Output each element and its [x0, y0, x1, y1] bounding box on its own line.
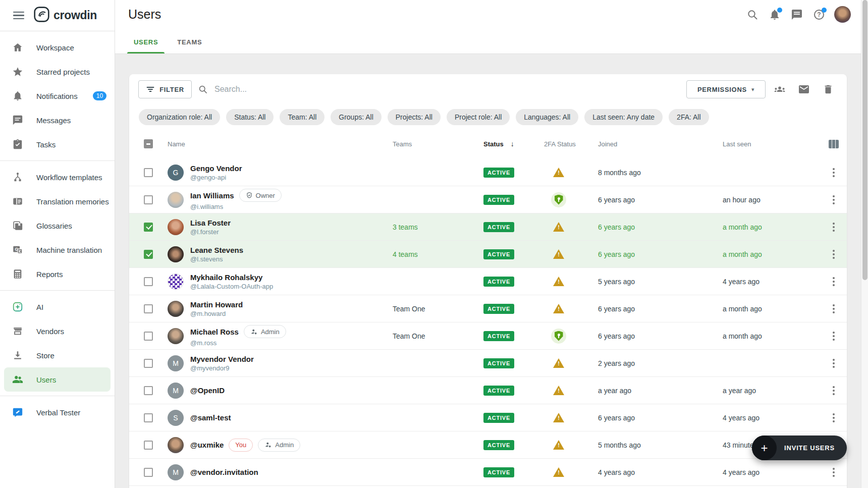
- row-menu-button[interactable]: [828, 330, 840, 342]
- avatar: [168, 192, 184, 208]
- row-menu-button[interactable]: [828, 412, 840, 424]
- delete-icon[interactable]: [822, 83, 834, 95]
- row-checkbox[interactable]: [144, 332, 153, 341]
- sidebar-item-reports[interactable]: Reports: [0, 262, 115, 286]
- sidebar-item-translation-memories[interactable]: Translation memories: [0, 189, 115, 213]
- chip-team[interactable]: Team: All: [280, 109, 324, 125]
- row-menu-button[interactable]: [828, 167, 840, 179]
- row-checkbox[interactable]: [144, 413, 153, 422]
- col-header-name[interactable]: Name: [168, 140, 393, 148]
- sidebar-item-notifications[interactable]: Notifications 10: [0, 84, 115, 108]
- col-header-2fa[interactable]: 2FA Status: [544, 140, 598, 148]
- user-name[interactable]: Martin Howard: [190, 300, 243, 309]
- row-checkbox[interactable]: [144, 195, 153, 204]
- search-input[interactable]: [214, 85, 366, 94]
- bell-icon: [12, 90, 23, 101]
- chip-status[interactable]: Status: All: [226, 109, 274, 125]
- row-checkbox[interactable]: [144, 468, 153, 477]
- chip-project-role[interactable]: Project role: All: [447, 109, 510, 125]
- row-checkbox[interactable]: [144, 441, 153, 450]
- sidebar-item-vendors[interactable]: Vendors: [0, 319, 115, 343]
- row-menu-button[interactable]: [828, 466, 840, 478]
- invite-users-button[interactable]: + INVITE USERS: [752, 436, 847, 460]
- user-name[interactable]: Mykhailo Rohalskyy: [190, 273, 262, 282]
- sidebar-item-machine-translation[interactable]: G Machine translation: [0, 238, 115, 262]
- teams-cell[interactable]: Team One: [393, 305, 483, 313]
- sidebar-item-ai[interactable]: AI: [0, 295, 115, 319]
- user-name[interactable]: @uxmike: [190, 441, 224, 449]
- permissions-dropdown[interactable]: PERMISSIONS ▾: [686, 80, 766, 98]
- add-to-team-icon[interactable]: [774, 83, 786, 95]
- row-checkbox[interactable]: [144, 304, 153, 313]
- teams-cell[interactable]: Team One: [393, 332, 483, 340]
- user-avatar[interactable]: [834, 6, 851, 23]
- chip-projects[interactable]: Projects: All: [388, 109, 441, 125]
- sidebar-item-workspace[interactable]: Workspace: [0, 35, 115, 60]
- user-name[interactable]: Myvendor Vendor: [190, 355, 254, 363]
- row-checkbox[interactable]: [144, 386, 153, 395]
- table-row: Michael RossAdmin@m.ross Team One ACTIVE…: [129, 322, 847, 350]
- chip-groups[interactable]: Groups: All: [331, 109, 381, 125]
- chat-icon[interactable]: [790, 8, 804, 22]
- filter-button[interactable]: FILTER: [138, 80, 192, 98]
- sidebar-item-starred-projects[interactable]: Starred projects: [0, 60, 115, 84]
- user-name[interactable]: @vendor.invitation: [190, 468, 258, 476]
- user-name[interactable]: Leane Stevens: [190, 246, 243, 254]
- notifications-bell-icon[interactable]: [768, 8, 782, 22]
- main-header: Users ? USERS TEAMS: [115, 0, 861, 54]
- row-checkbox[interactable]: [144, 250, 153, 259]
- sidebar-item-tasks[interactable]: Tasks: [0, 132, 115, 156]
- hamburger-menu-icon[interactable]: [13, 12, 24, 20]
- row-checkbox[interactable]: [144, 359, 153, 368]
- avatar: [168, 274, 184, 290]
- col-header-joined[interactable]: Joined: [598, 140, 723, 148]
- tabs: USERS TEAMS: [127, 38, 208, 53]
- chip-organization-role[interactable]: Organization role: All: [139, 109, 220, 125]
- row-checkbox[interactable]: [144, 168, 153, 177]
- tab-teams[interactable]: TEAMS: [171, 38, 208, 53]
- col-header-status[interactable]: Status↓: [483, 140, 544, 148]
- sidebar-item-store[interactable]: Store: [0, 343, 115, 367]
- chip-languages[interactable]: Languages: All: [516, 109, 578, 125]
- row-menu-button[interactable]: [828, 357, 840, 369]
- teams-cell[interactable]: 4 teams: [393, 250, 483, 258]
- column-settings-icon[interactable]: [829, 140, 839, 148]
- user-name[interactable]: Ian Williams: [190, 191, 234, 200]
- user-name[interactable]: @OpenID: [190, 386, 225, 395]
- scrollbar-thumb[interactable]: [862, 0, 867, 280]
- chip-last-seen[interactable]: Last seen: Any date: [584, 109, 663, 125]
- joined-cell: 6 years ago: [598, 196, 723, 204]
- sidebar-item-users[interactable]: Users: [4, 367, 111, 392]
- row-menu-button[interactable]: [828, 303, 840, 315]
- user-name[interactable]: Lisa Foster: [190, 219, 231, 227]
- sidebar-item-glossaries[interactable]: Glossaries: [0, 213, 115, 238]
- search-icon[interactable]: [745, 8, 760, 22]
- col-header-teams[interactable]: Teams: [393, 140, 483, 148]
- sidebar-item-workflow-templates[interactable]: Workflow templates: [0, 165, 115, 189]
- row-menu-button[interactable]: [828, 194, 840, 206]
- page-scrollbar[interactable]: [861, 0, 868, 488]
- select-all-checkbox[interactable]: [144, 139, 153, 148]
- workflow-icon: [12, 172, 23, 183]
- user-name[interactable]: Gengo Vendor: [190, 164, 242, 173]
- chip-2fa[interactable]: 2FA: All: [669, 109, 709, 125]
- status-badge: ACTIVE: [483, 413, 514, 423]
- crowdin-logo[interactable]: crowdin: [33, 6, 97, 25]
- row-menu-button[interactable]: [828, 385, 840, 397]
- col-header-last-seen[interactable]: Last seen: [723, 140, 819, 148]
- row-menu-button[interactable]: [828, 248, 840, 260]
- email-icon[interactable]: [798, 83, 810, 95]
- user-name[interactable]: Michael Ross: [190, 328, 239, 336]
- user-name[interactable]: @saml-test: [190, 413, 231, 422]
- row-checkbox[interactable]: [144, 277, 153, 286]
- help-icon[interactable]: ?: [812, 8, 826, 22]
- teams-cell[interactable]: 3 teams: [393, 223, 483, 231]
- row-checkbox[interactable]: [144, 223, 153, 232]
- sidebar-item-messages[interactable]: Messages: [0, 108, 115, 132]
- row-menu-button[interactable]: [828, 276, 840, 288]
- sidebar-item-verbal-tester[interactable]: Verbal Tester: [0, 400, 115, 424]
- last-seen-cell: an hour ago: [723, 196, 819, 204]
- avatar: [168, 301, 184, 317]
- row-menu-button[interactable]: [828, 221, 840, 233]
- tab-users[interactable]: USERS: [127, 38, 165, 53]
